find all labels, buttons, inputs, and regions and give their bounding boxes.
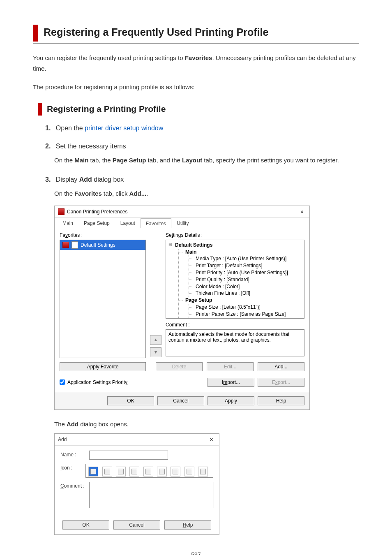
export-button[interactable]: Export...	[258, 378, 304, 387]
tree-leaf: Thicken Fine Lines : [Off]	[189, 290, 302, 297]
intro-paragraph: You can register the frequently used pri…	[33, 53, 359, 74]
icon-option[interactable]	[198, 467, 208, 476]
step2-main-bold: Main	[74, 157, 88, 164]
tab-utility[interactable]: Utility	[171, 218, 194, 228]
intro-favorites-bold: Favorites	[185, 54, 212, 61]
add-cancel-button[interactable]: Cancel	[113, 520, 160, 530]
move-down-button[interactable]: ▼	[150, 347, 161, 357]
tree-group-main-label: Main	[185, 249, 196, 255]
icon-option[interactable]	[88, 467, 98, 476]
apply-button[interactable]: Apply	[208, 396, 254, 405]
step2-text-c: tab, and the	[146, 157, 182, 164]
step3-body: On the Favorites tab, click Add....	[54, 188, 359, 199]
printing-preferences-dialog: Canon Printing Preferences × Main Page S…	[54, 206, 310, 410]
icon-option[interactable]	[184, 467, 194, 476]
tree-leaf: Enlarged/Reduced Printing : [Off]	[189, 318, 302, 319]
icon-option[interactable]	[116, 467, 126, 476]
add-button[interactable]: Add...	[258, 362, 304, 371]
edit-button[interactable]: Edit...	[207, 362, 254, 371]
procedure-line: The procedure for registering a printing…	[33, 82, 359, 92]
afterdlg-c: dialog box opens.	[78, 421, 129, 428]
step2-text-a: On the	[54, 157, 74, 164]
step2-pagesetup-bold: Page Setup	[113, 157, 146, 164]
name-label: Name :	[60, 451, 89, 458]
tree-leaf: Color Mode : [Color]	[189, 283, 302, 290]
step3-add-bold: Add	[79, 176, 92, 183]
tree-group-pagesetup-label: Page Setup	[185, 297, 212, 303]
comment-box: Automatically selects the best mode for …	[166, 329, 304, 356]
step2-title: Set the necessary items	[56, 143, 126, 150]
favorites-item-label: Default Settings	[81, 242, 115, 248]
add-help-button[interactable]: Help	[164, 520, 211, 530]
close-icon[interactable]: ×	[208, 436, 216, 443]
import-button[interactable]: Import...	[208, 378, 254, 387]
settings-details-label: Settings Details :	[166, 232, 304, 238]
step3-text-b: tab, click	[102, 190, 129, 197]
icon-label: Icon :	[60, 464, 85, 471]
step3-text-c: .	[146, 190, 148, 197]
help-button[interactable]: Help	[258, 396, 304, 405]
tree-leaf: Print Quality : [Standard]	[189, 276, 302, 283]
afterdlg-b: Add	[67, 421, 78, 428]
comment-field-label: Comment :	[60, 482, 89, 489]
move-up-button[interactable]: ▲	[150, 335, 161, 345]
tree-root[interactable]: Default Settings Main Media Type : [Auto…	[168, 242, 302, 319]
page-number: 597	[33, 551, 359, 555]
comment-input[interactable]	[89, 482, 214, 508]
printer-driver-setup-link[interactable]: printer driver setup window	[85, 125, 163, 132]
comment-label: Comment :	[166, 322, 304, 328]
icon-option[interactable]	[129, 467, 139, 476]
apply-favorite-button[interactable]: Apply Favorite	[60, 362, 146, 371]
printer-icon	[58, 208, 65, 215]
tree-leaf: Print Target : [Default Settings]	[189, 262, 302, 269]
tree-group-main[interactable]: Main Media Type : [Auto (Use Printer Set…	[179, 249, 302, 297]
tree-leaf: Print Priority : [Auto (Use Printer Sett…	[189, 269, 302, 276]
favorite-item-icon	[62, 242, 69, 248]
settings-details-tree[interactable]: Default Settings Main Media Type : [Auto…	[166, 240, 304, 319]
step2-number: 2.	[45, 143, 51, 150]
favorites-listbox[interactable]: Default Settings	[60, 240, 146, 358]
document-icon	[71, 241, 78, 249]
step3-after-dialog: The Add dialog box opens.	[54, 419, 359, 430]
step2-body: On the Main tab, the Page Setup tab, and…	[54, 155, 359, 166]
tab-page-setup[interactable]: Page Setup	[78, 218, 115, 228]
step3-lead-b: dialog box	[92, 176, 124, 183]
step3-lead-a: Display	[56, 176, 79, 183]
step2-layout-bold: Layout	[182, 157, 202, 164]
tree-leaf: Media Type : [Auto (Use Printer Settings…	[189, 255, 302, 262]
icon-option[interactable]	[171, 467, 180, 476]
icon-option[interactable]	[143, 467, 153, 476]
icon-selector[interactable]	[85, 464, 213, 478]
dialog-title: Canon Printing Preferences	[67, 209, 127, 215]
application-settings-priority-checkbox[interactable]: Application Settings Priority	[60, 379, 127, 385]
add-dialog: Add × Name : Icon :	[54, 433, 219, 535]
tree-leaf: Printer Paper Size : [Same as Page Size]	[189, 311, 302, 318]
step2-text-d: tab, specify the print settings you want…	[202, 157, 339, 164]
favorites-item-default[interactable]: Default Settings	[60, 240, 145, 250]
section-title: Registering a Printing Profile	[47, 103, 359, 116]
tree-group-pagesetup[interactable]: Page Setup Page Size : [Letter (8.5"x11"…	[179, 297, 302, 319]
step1-lead: Open the	[56, 125, 85, 132]
intro-text-a: You can register the frequently used pri…	[33, 54, 185, 61]
tab-main[interactable]: Main	[57, 218, 78, 228]
name-input[interactable]	[89, 451, 168, 460]
title-rule	[33, 43, 359, 44]
add-dialog-title: Add	[58, 437, 67, 442]
step3-number: 3.	[45, 176, 51, 183]
tab-layout[interactable]: Layout	[115, 218, 141, 228]
icon-option[interactable]	[102, 467, 112, 476]
step3-addbtn-bold: Add...	[129, 190, 147, 197]
delete-button[interactable]: Delete	[156, 362, 203, 371]
page-title: Registering a Frequently Used Printing P…	[44, 25, 359, 42]
cancel-button[interactable]: Cancel	[157, 396, 204, 405]
application-settings-priority-input[interactable]	[60, 379, 65, 385]
ok-button[interactable]: OK	[107, 396, 154, 405]
step3-favorites-bold: Favorites	[74, 190, 102, 197]
icon-option[interactable]	[157, 467, 167, 476]
add-ok-button[interactable]: OK	[62, 520, 109, 530]
tab-favorites[interactable]: Favorites	[141, 218, 171, 228]
favorites-label: Favorites :	[60, 232, 146, 238]
tree-leaf: Page Size : [Letter (8.5"x11")]	[189, 304, 302, 311]
close-icon[interactable]: ×	[298, 208, 306, 215]
application-settings-priority-label: Application Settings Priority	[67, 379, 127, 385]
